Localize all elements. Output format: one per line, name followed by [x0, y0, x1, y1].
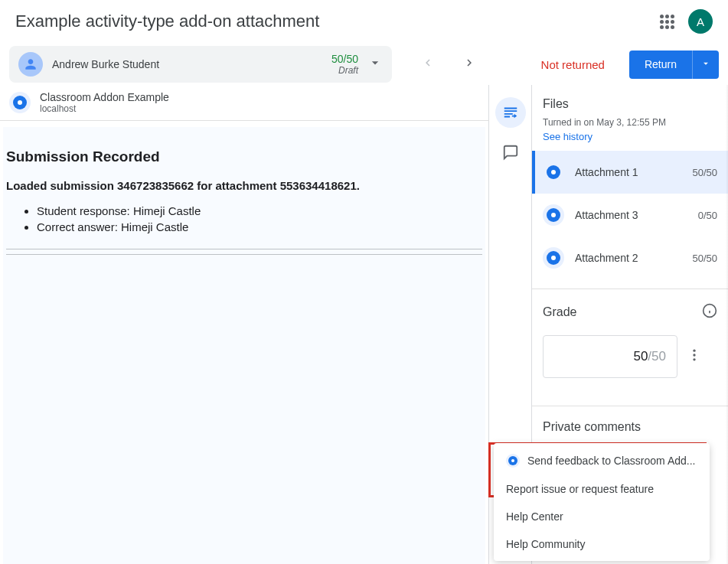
attachment-item[interactable]: Attachment 2 50/50	[532, 236, 728, 279]
attachment-name: Attachment 1	[575, 166, 681, 178]
submission-loaded-line: Loaded submission 346723835662 for attac…	[6, 179, 485, 204]
attachment-icon	[543, 247, 564, 269]
svg-point-4	[693, 354, 695, 356]
attachment-icon	[543, 204, 564, 226]
list-item: Student response: Himeji Castle	[37, 204, 479, 217]
return-button-group: Return	[629, 51, 719, 79]
page-title: Example activity-type add-on attachment	[15, 11, 319, 31]
popup-label: Help Center	[506, 510, 563, 523]
private-comments-heading: Private comments	[543, 420, 717, 434]
addon-info: Classroom Addon Example localhost	[40, 91, 169, 114]
header-right: A	[658, 9, 713, 34]
attachment-score: 0/50	[698, 210, 717, 221]
user-avatar[interactable]: A	[688, 9, 713, 34]
popup-item-help-community[interactable]: Help Community	[494, 530, 710, 558]
student-name: Andrew Burke Student	[52, 58, 331, 70]
student-avatar-icon	[18, 52, 43, 77]
student-score: 50/50	[331, 53, 358, 65]
files-heading: Files	[543, 97, 717, 111]
google-apps-icon[interactable]	[658, 12, 676, 31]
popup-label: Send feedback to Classroom Add...	[527, 455, 695, 467]
return-button[interactable]: Return	[629, 51, 692, 79]
student-score-wrap: 50/50 Draft	[331, 53, 358, 76]
page-header: Example activity-type add-on attachment …	[0, 0, 728, 46]
return-status: Not returned	[541, 58, 605, 71]
see-history-link[interactable]: See history	[543, 131, 593, 142]
list-item: Correct answer: Himeji Castle	[37, 220, 479, 233]
addon-title: Classroom Addon Example	[40, 91, 169, 103]
addon-icon	[9, 92, 31, 113]
next-student-button[interactable]	[458, 51, 481, 77]
prev-student-button[interactable]	[416, 51, 439, 77]
popup-item-help-center[interactable]: Help Center	[494, 503, 710, 530]
student-selector[interactable]: Andrew Burke Student 50/50 Draft	[9, 46, 392, 83]
content-column: Classroom Addon Example localhost Submis…	[0, 85, 489, 564]
help-popup-menu: Send feedback to Classroom Add... Report…	[494, 443, 710, 561]
attachment-icon	[543, 161, 564, 183]
grade-menu-icon[interactable]	[687, 347, 702, 367]
attachment-score: 50/50	[692, 167, 717, 178]
grade-input[interactable]: 50/50	[543, 335, 677, 378]
svg-point-3	[693, 349, 695, 351]
files-section: Files Turned in on May 3, 12:55 PM See h…	[532, 85, 728, 151]
divider	[6, 254, 482, 255]
attachment-name: Attachment 3	[575, 209, 687, 221]
submission-heading: Submission Recorded	[6, 148, 485, 179]
popup-label: Help Community	[506, 538, 585, 550]
content-body: Submission Recorded Loaded submission 34…	[0, 121, 488, 564]
chevron-down-icon[interactable]	[367, 55, 383, 73]
attachment-item[interactable]: Attachment 3 0/50	[532, 194, 728, 236]
nav-arrows	[416, 51, 481, 77]
popup-item-report-issue[interactable]: Report issue or request feature	[494, 475, 710, 503]
divider	[6, 249, 482, 249]
grade-max: /50	[648, 349, 666, 364]
attachment-name: Attachment 2	[575, 252, 681, 264]
attachment-list: Attachment 1 50/50 Attachment 3 0/50 Att…	[532, 151, 728, 279]
return-menu-button[interactable]	[692, 51, 719, 79]
submission-content: Submission Recorded Loaded submission 34…	[3, 127, 485, 255]
addon-bar: Classroom Addon Example localhost	[0, 85, 489, 121]
addon-subtitle: localhost	[40, 103, 169, 114]
grade-value: 50	[633, 349, 648, 364]
tab-comments[interactable]	[495, 137, 526, 168]
popup-item-send-feedback[interactable]: Send feedback to Classroom Add...	[494, 446, 710, 475]
submission-list: Student response: Himeji Castle Correct …	[37, 204, 479, 233]
turned-in-text: Turned in on May 3, 12:55 PM	[543, 117, 717, 128]
student-draft-label: Draft	[331, 65, 358, 76]
grade-section: Grade 50/50	[532, 289, 728, 392]
svg-point-5	[693, 358, 695, 360]
attachment-item[interactable]: Attachment 1 50/50	[532, 151, 728, 194]
attachment-score: 50/50	[692, 253, 717, 264]
private-comments-section: Private comments	[532, 406, 728, 434]
addon-icon	[506, 454, 520, 468]
popup-label: Report issue or request feature	[506, 483, 654, 495]
tab-files[interactable]	[495, 97, 526, 128]
grade-heading: Grade	[543, 305, 576, 319]
info-icon[interactable]	[702, 303, 717, 321]
